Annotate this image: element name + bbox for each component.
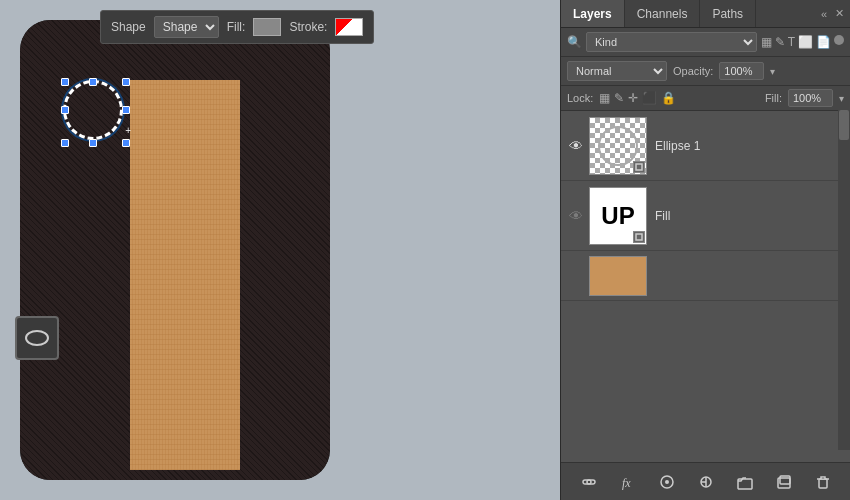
opacity-label: Opacity: bbox=[673, 65, 713, 77]
layer-type-badge-ellipse1 bbox=[633, 161, 645, 173]
lock-all-icon[interactable]: 🔒 bbox=[661, 91, 676, 105]
group-layers-button[interactable] bbox=[733, 470, 757, 494]
layer-thumb-bg bbox=[589, 256, 647, 296]
layer-mask-button[interactable] bbox=[655, 470, 679, 494]
panel-controls: « ✕ bbox=[819, 5, 850, 22]
layers-bottom-toolbar: fx bbox=[561, 462, 850, 500]
stroke-swatch[interactable] bbox=[335, 18, 363, 36]
lock-label: Lock: bbox=[567, 92, 593, 104]
filter-type-icon[interactable]: T bbox=[788, 35, 795, 49]
filter-shape-icon[interactable]: ⬜ bbox=[798, 35, 813, 49]
layers-list: 👁 Ellipse 1 👁 UP Fill bbox=[561, 111, 850, 462]
canvas-area: Shape Shape Fill: Stroke: + bbox=[0, 0, 560, 500]
ellipse-shape-icon bbox=[25, 330, 49, 346]
layers-scrollbar[interactable] bbox=[838, 110, 850, 450]
handle-br[interactable] bbox=[122, 139, 130, 147]
filter-type-icons: ▦ ✎ T ⬜ 📄 bbox=[761, 35, 844, 49]
opacity-input[interactable] bbox=[719, 62, 764, 80]
fill-label: Fill: bbox=[227, 20, 246, 34]
svg-rect-8 bbox=[780, 476, 790, 484]
crosshair-icon: + bbox=[125, 125, 131, 136]
panel-close-btn[interactable]: ✕ bbox=[833, 5, 846, 22]
stroke-label: Stroke: bbox=[289, 20, 327, 34]
layer-name-ellipse1: Ellipse 1 bbox=[655, 139, 844, 153]
layer-item-ellipse1[interactable]: 👁 Ellipse 1 bbox=[561, 111, 850, 181]
filter-active-dot[interactable] bbox=[834, 35, 844, 45]
handle-bm[interactable] bbox=[89, 139, 97, 147]
fill-input[interactable] bbox=[788, 89, 833, 107]
tab-channels[interactable]: Channels bbox=[625, 0, 701, 27]
ellipse-tool-icon[interactable] bbox=[15, 316, 59, 360]
lock-row: Lock: ▦ ✎ ✛ ⬛ 🔒 Fill: ▾ bbox=[561, 86, 850, 111]
svg-text:fx: fx bbox=[622, 476, 631, 490]
layer-thumb-fill: UP bbox=[589, 187, 647, 245]
handle-ml[interactable] bbox=[61, 106, 69, 114]
fill-arrow-icon[interactable]: ▾ bbox=[839, 93, 844, 104]
svg-rect-9 bbox=[819, 479, 827, 488]
link-layers-button[interactable] bbox=[577, 470, 601, 494]
search-icon: 🔍 bbox=[567, 35, 582, 49]
blend-mode-row: Normal Opacity: ▾ bbox=[561, 57, 850, 86]
lock-paint-icon[interactable]: ✎ bbox=[614, 91, 624, 105]
filter-smart-icon[interactable]: 📄 bbox=[816, 35, 831, 49]
ellipse-selection: + bbox=[58, 75, 133, 150]
lock-icons: ▦ ✎ ✛ ⬛ 🔒 bbox=[599, 91, 676, 105]
new-layer-button[interactable] bbox=[772, 470, 796, 494]
handle-bl[interactable] bbox=[61, 139, 69, 147]
fill-label: Fill: bbox=[765, 92, 782, 104]
panel-collapse-btn[interactable]: « bbox=[819, 6, 829, 22]
handle-tm[interactable] bbox=[89, 78, 97, 86]
scrollbar-thumb[interactable] bbox=[839, 110, 849, 140]
phone-frame: + bbox=[20, 20, 330, 480]
handle-tl[interactable] bbox=[61, 78, 69, 86]
layer-item-background[interactable] bbox=[561, 251, 850, 301]
cork-rectangle bbox=[130, 80, 240, 470]
svg-rect-1 bbox=[636, 234, 642, 240]
layer-visibility-bg[interactable] bbox=[567, 267, 585, 285]
tab-paths[interactable]: Paths bbox=[700, 0, 756, 27]
kind-select[interactable]: Kind bbox=[586, 32, 757, 52]
svg-rect-4 bbox=[665, 480, 669, 484]
filter-adjust-icon[interactable]: ✎ bbox=[775, 35, 785, 49]
adjustment-layer-button[interactable] bbox=[694, 470, 718, 494]
ellipse-ring bbox=[63, 80, 123, 140]
layer-visibility-ellipse1[interactable]: 👁 bbox=[567, 137, 585, 155]
ellipse-thumb-shape bbox=[598, 126, 638, 166]
layer-type-badge-fill bbox=[633, 231, 645, 243]
layer-item-fill[interactable]: 👁 UP Fill bbox=[561, 181, 850, 251]
filter-pixel-icon[interactable]: ▦ bbox=[761, 35, 772, 49]
handle-mr[interactable] bbox=[122, 106, 130, 114]
lock-transparency-icon[interactable]: ▦ bbox=[599, 91, 610, 105]
layers-panel: Layers Channels Paths « ✕ 🔍 Kind ▦ ✎ T ⬜… bbox=[560, 0, 850, 500]
fill-swatch[interactable] bbox=[253, 18, 281, 36]
svg-rect-0 bbox=[636, 164, 642, 170]
panel-tabs: Layers Channels Paths « ✕ bbox=[561, 0, 850, 28]
lock-position-icon[interactable]: ✛ bbox=[628, 91, 638, 105]
delete-layer-button[interactable] bbox=[811, 470, 835, 494]
shape-select[interactable]: Shape bbox=[154, 16, 219, 38]
layer-name-fill: Fill bbox=[655, 209, 844, 223]
layer-thumb-ellipse1 bbox=[589, 117, 647, 175]
layer-visibility-fill[interactable]: 👁 bbox=[567, 207, 585, 225]
layer-effects-button[interactable]: fx bbox=[616, 470, 640, 494]
tab-layers[interactable]: Layers bbox=[561, 0, 625, 27]
handle-tr[interactable] bbox=[122, 78, 130, 86]
filter-row: 🔍 Kind ▦ ✎ T ⬜ 📄 bbox=[561, 28, 850, 57]
opacity-arrow-icon[interactable]: ▾ bbox=[770, 66, 775, 77]
lock-artboard-icon[interactable]: ⬛ bbox=[642, 91, 657, 105]
options-toolbar: Shape Shape Fill: Stroke: bbox=[100, 10, 374, 44]
shape-label: Shape bbox=[111, 20, 146, 34]
blend-mode-select[interactable]: Normal bbox=[567, 61, 667, 81]
